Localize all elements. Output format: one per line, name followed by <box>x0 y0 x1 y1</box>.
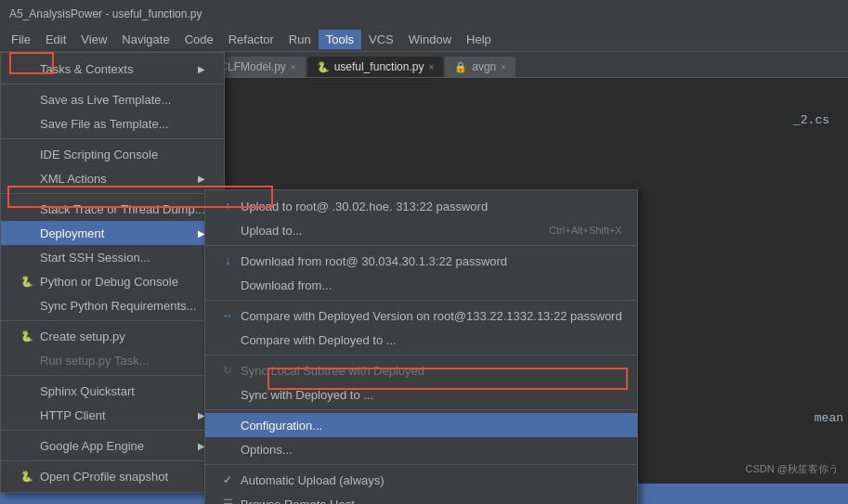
google-icon <box>20 438 34 453</box>
download-from-label: Download from... <box>241 278 332 292</box>
menu-sync-python[interactable]: Sync Python Requirements... <box>1 293 224 317</box>
upload-to-label: Upload to... <box>241 224 303 238</box>
config-label: Configuration... <box>241 419 322 433</box>
cprofile-icon: 🐍 <box>20 469 34 484</box>
dropdown-overlay: Tasks & Contexts ▶ Save as Live Template… <box>0 52 225 493</box>
ssh-label: Start SSH Session... <box>40 251 150 265</box>
watermark-text: CSDN @秋笙客你う <box>746 462 839 476</box>
tasks-label: Tasks & Contexts <box>40 62 133 76</box>
menu-refactor[interactable]: Refactor <box>221 30 281 49</box>
menu-run[interactable]: Run <box>281 30 319 49</box>
python-icon: 🐍 <box>20 274 34 289</box>
menu-sphinx[interactable]: Sphinx Quickstart <box>1 379 224 403</box>
menu-run-setup: Run setup.py Task... <box>1 348 224 372</box>
tab-close-4[interactable]: × <box>501 62 506 72</box>
divider-5 <box>1 375 224 376</box>
menu-edit[interactable]: Edit <box>38 30 73 49</box>
compare-icon: ↔ <box>220 308 235 323</box>
menu-file[interactable]: File <box>4 30 38 49</box>
tasks-icon <box>20 61 34 76</box>
python-debug-label: Python or Debug Console <box>40 275 178 289</box>
dep-upload-to[interactable]: Upload to... Ctrl+Alt+Shift+X <box>205 218 637 242</box>
tab-useful-function[interactable]: 🐍 useful_function.py × <box>307 57 444 77</box>
divider-4 <box>1 320 224 321</box>
menu-python-debug[interactable]: 🐍 Python or Debug Console <box>1 269 224 293</box>
sync-dep-icon <box>220 387 235 402</box>
menu-create-setup[interactable]: 🐍 Create setup.py <box>1 324 224 348</box>
menu-help[interactable]: Help <box>459 30 499 49</box>
menu-save-file-template[interactable]: Save File as Template... <box>1 111 224 136</box>
dep-sync-deployed-to[interactable]: Sync with Deployed to ... <box>205 382 637 407</box>
http-icon <box>20 407 34 422</box>
dep-divider-5 <box>205 464 637 465</box>
dep-divider-4 <box>205 409 637 410</box>
menu-start-ssh[interactable]: Start SSH Session... <box>1 245 224 269</box>
menu-xml-actions[interactable]: XML Actions ▶ <box>1 166 224 190</box>
dep-configuration[interactable]: Configuration... <box>205 413 637 437</box>
save-live-icon <box>20 92 34 107</box>
download-icon: ↓ <box>220 253 235 268</box>
menu-ide-scripting[interactable]: IDE Scripting Console <box>1 142 224 166</box>
run-setup-label: Run setup.py Task... <box>40 354 150 368</box>
menu-deployment[interactable]: Deployment ▶ <box>1 221 224 245</box>
dep-divider-2 <box>205 300 637 301</box>
menu-window[interactable]: Window <box>401 30 459 49</box>
dep-options[interactable]: Options... <box>205 437 637 461</box>
setup-icon: 🐍 <box>20 329 34 343</box>
google-label: Google App Engine <box>40 439 144 453</box>
tab-label-4: avgn <box>472 60 496 73</box>
menu-vcs[interactable]: VCS <box>361 30 401 49</box>
tools-menu-wrapper: Tasks & Contexts ▶ Save as Live Template… <box>0 52 225 493</box>
title-bar: A5_AnalysisPower - useful_function.py <box>0 0 848 28</box>
menu-save-live-template[interactable]: Save as Live Template... <box>1 87 224 111</box>
sync-local-label: Sync Local Subtree with Deployed <box>241 364 424 378</box>
run-setup-icon <box>20 353 34 368</box>
browse-remote-label: Browse Remote Host <box>241 498 355 505</box>
options-label: Options... <box>241 443 293 457</box>
dep-compare-deployed[interactable]: ↔ Compare with Deployed Version on root@… <box>205 304 637 328</box>
sync-deployed-label: Sync with Deployed to ... <box>241 388 373 402</box>
menu-tools[interactable]: Tools <box>319 30 361 49</box>
tab-close-2[interactable]: × <box>291 62 296 72</box>
dep-sync-local: ↻ Sync Local Subtree with Deployed <box>205 358 637 382</box>
mean-text: mean <box>815 409 843 428</box>
compare-deployed-label: Compare with Deployed Version on root@13… <box>241 309 622 323</box>
dep-upload-root[interactable]: ↑ Upload to root@ .30.02.hoe. 313:22 pas… <box>205 194 637 218</box>
tab-icon-py3: 🐍 <box>317 61 330 73</box>
menu-view[interactable]: View <box>73 30 114 49</box>
tab-close-3[interactable]: × <box>428 62 434 72</box>
dep-auto-upload[interactable]: ✓ Automatic Upload (always) <box>205 468 637 492</box>
menu-http-client[interactable]: HTTP Client ▶ <box>1 403 224 427</box>
upload-shortcut: Ctrl+Alt+Shift+X <box>549 225 622 236</box>
menu-bar: File Edit View Navigate Code Refactor Ru… <box>0 28 848 52</box>
tools-menu: Tasks & Contexts ▶ Save as Live Template… <box>0 52 225 493</box>
ssh-icon <box>20 250 34 265</box>
compare-to-icon <box>220 332 235 347</box>
menu-tasks-contexts[interactable]: Tasks & Contexts ▶ <box>1 57 224 81</box>
dep-download-from[interactable]: Download from... <box>205 273 637 297</box>
upload-to-icon <box>220 223 235 238</box>
divider-1 <box>1 84 224 84</box>
dep-browse-remote[interactable]: ☰ Browse Remote Host <box>205 492 637 504</box>
sync-local-icon: ↻ <box>220 363 235 378</box>
menu-open-cprofile[interactable]: 🐍 Open CProfile snapshot <box>1 464 224 488</box>
menu-stack-trace[interactable]: Stack Trace or Thread Dump... <box>1 197 224 221</box>
browse-icon: ☰ <box>220 497 235 504</box>
config-icon <box>220 418 235 433</box>
dep-divider-3 <box>205 355 637 355</box>
divider-3 <box>1 193 224 194</box>
menu-google-app[interactable]: Google App Engine ▶ <box>1 433 224 458</box>
dep-compare-to[interactable]: Compare with Deployed to ... <box>205 328 637 352</box>
menu-code[interactable]: Code <box>177 30 221 49</box>
xml-label: XML Actions <box>40 172 107 186</box>
stack-label: Stack Trace or Thread Dump... <box>40 202 205 216</box>
menu-navigate[interactable]: Navigate <box>114 30 176 49</box>
upload-icon: ↑ <box>220 199 235 213</box>
tab-avgn[interactable]: 🔒 avgn × <box>445 57 515 77</box>
options-icon <box>220 442 235 457</box>
stack-icon <box>20 201 34 216</box>
dep-divider-1 <box>205 245 637 246</box>
tasks-arrow: ▶ <box>198 64 205 74</box>
dep-download-root[interactable]: ↓ Download from root@ 30.034.30.1.3:22 p… <box>205 249 637 273</box>
divider-7 <box>1 460 224 461</box>
